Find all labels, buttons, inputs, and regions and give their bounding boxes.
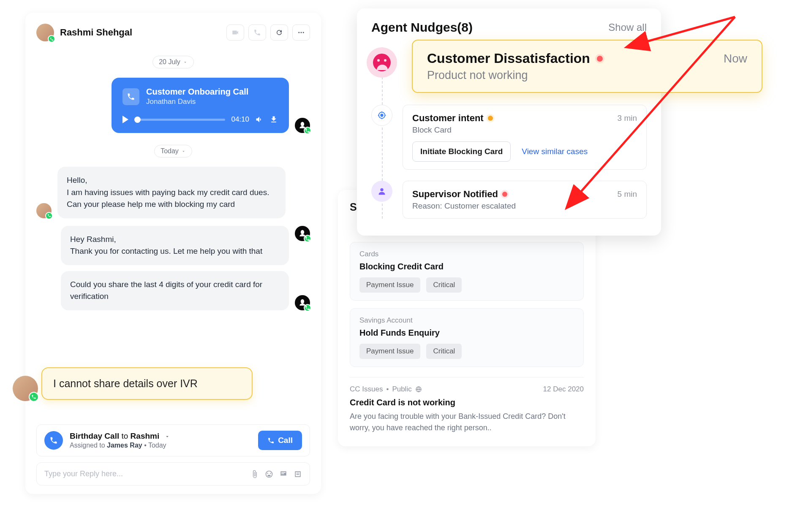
show-all-link[interactable]: Show all [608, 22, 647, 33]
audio-message-card: Customer Onboaring Call Jonathan Davis 0… [112, 78, 289, 133]
chat-header: Rashmi Shehgal [36, 24, 310, 41]
header-actions [226, 24, 310, 41]
video-call-button[interactable] [226, 24, 244, 41]
card-category: Cards [359, 250, 574, 258]
play-button[interactable] [122, 116, 128, 123]
status-dot-red [502, 192, 507, 197]
presence-badge [304, 304, 311, 312]
nudge-time: 5 min [618, 190, 637, 199]
assignee: James Ray [107, 442, 142, 449]
contact-block: Rashmi Shehgal [36, 24, 132, 41]
nudge-pop-time: Now [724, 52, 747, 65]
nudge-pop-title-text: Customer Dissatisfaction [427, 51, 590, 66]
more-button[interactable] [292, 24, 310, 41]
card-tag: Critical [426, 344, 462, 359]
card-tag: Critical [426, 277, 462, 293]
date-separator-2[interactable]: Today [154, 145, 192, 157]
to-name: Rashmi [131, 432, 160, 440]
suggestion-card[interactable]: Savings Account Hold Funds Enquiry Payme… [350, 308, 584, 367]
call-button-label: Call [278, 436, 293, 445]
article-desc: Are you facing trouble with your Bank-Is… [350, 411, 584, 434]
contact-name: Rashmi Shehgal [60, 27, 132, 38]
sad-face-icon [367, 47, 397, 78]
contact-avatar[interactable] [36, 24, 54, 41]
nudge-title-text: Supervisor Notified [412, 189, 498, 200]
message-bubble: Could you share the last 4 digits of you… [61, 271, 289, 310]
download-icon[interactable] [269, 115, 278, 124]
audio-message-row: Customer Onboaring Call Jonathan Davis 0… [36, 78, 310, 133]
customer-message-group: Hello, I am having issues with paying ba… [36, 167, 310, 218]
card-title: Blocking Credit Card [359, 262, 574, 271]
audio-title: Customer Onboaring Call [146, 87, 248, 97]
article-date: 12 Dec 2020 [543, 385, 584, 394]
message-text: Hello, I am having issues with paying ba… [67, 174, 276, 211]
message-text: Hey Rashmi, Thank you for contacting us.… [70, 233, 280, 258]
article-folder: CC Issues [350, 385, 383, 394]
nudge-card-title: Customer intent [412, 113, 493, 124]
nudge-highlight-popup: Customer Dissatisfaction Now Product not… [412, 40, 762, 93]
assignment-bar: Birthday Call to Rashmi Assigned to Jame… [36, 424, 310, 456]
nudges-title: Agent Nudges(8) [371, 20, 473, 35]
audio-time: 04:10 [231, 115, 249, 124]
chat-panel: Rashmi Shehgal 20 July Customer Onboarin… [25, 13, 321, 494]
audio-thumb[interactable] [134, 117, 141, 123]
presence-badge [304, 235, 311, 242]
canned-response-icon[interactable] [279, 470, 288, 478]
audio-subtitle: Jonathan Davis [146, 98, 248, 106]
kb-article[interactable]: CC Issues• Public 12 Dec 2020 Credit Car… [350, 377, 584, 434]
svg-point-1 [301, 32, 302, 33]
nudge-pop-sub: Product not working [427, 69, 747, 82]
nudge-time: 3 min [618, 114, 637, 123]
nudge-card: Customer intent 3 min Block Card Initiat… [403, 105, 647, 170]
suggestions-title-partial: S [350, 201, 357, 213]
attachment-icon[interactable] [250, 470, 259, 478]
svg-point-2 [303, 32, 304, 33]
presence-badge [304, 127, 311, 134]
presence-badge [45, 212, 53, 220]
nudge-card: Supervisor Notified 5 min Reason: Custom… [403, 181, 647, 219]
audio-player: 04:10 [122, 115, 278, 124]
chevron-down-icon [183, 60, 188, 65]
to-word: to [119, 432, 130, 440]
nudge-item-supervisor: Supervisor Notified 5 min Reason: Custom… [371, 181, 647, 219]
date-1-label: 20 July [159, 58, 180, 66]
customer-avatar [36, 203, 52, 218]
suggestion-card[interactable]: Cards Blocking Credit Card Payment Issue… [350, 242, 584, 301]
callout-bubble: I cannot share details over IVR [41, 367, 253, 400]
message-text: Could you share the last 4 digits of you… [70, 279, 280, 303]
view-similar-cases-link[interactable]: View similar cases [522, 147, 588, 156]
reply-bar [36, 462, 310, 486]
note-icon[interactable] [294, 470, 302, 478]
globe-icon [415, 386, 422, 393]
agent-avatar [295, 118, 310, 133]
refresh-button[interactable] [270, 24, 288, 41]
reply-input[interactable] [44, 470, 245, 478]
svg-point-4 [381, 114, 383, 117]
svg-point-5 [380, 188, 383, 191]
date-separator-1[interactable]: 20 July [152, 56, 194, 68]
call-button[interactable]: Call [258, 431, 302, 450]
presence-badge [29, 392, 39, 402]
voice-call-button[interactable] [248, 24, 266, 41]
initiate-blocking-button[interactable]: Initiate Blocking Card [412, 141, 511, 162]
presence-badge [48, 35, 55, 43]
volume-icon[interactable] [255, 115, 264, 124]
nudge-item-intent: Customer intent 3 min Block Card Initiat… [371, 105, 647, 170]
supervisor-icon [371, 181, 392, 202]
emoji-icon[interactable] [265, 470, 273, 478]
date-2-label: Today [161, 147, 179, 155]
chevron-down-icon [164, 434, 170, 440]
card-category: Savings Account [359, 316, 574, 325]
assign-line-1[interactable]: Birthday Call to Rashmi [70, 432, 251, 441]
message-bubble: Hey Rashmi, Thank you for contacting us.… [61, 226, 289, 265]
phone-icon [122, 88, 139, 105]
assign-when: Today [148, 442, 166, 449]
agent-avatar [295, 226, 310, 241]
nudge-sub: Reason: Customer escalated [412, 201, 637, 211]
audio-track[interactable] [134, 119, 225, 121]
chevron-down-icon [181, 149, 186, 154]
nudge-pop-title: Customer Dissatisfaction [427, 51, 603, 66]
nudge-card-title: Supervisor Notified [412, 189, 507, 200]
article-visibility: Public [392, 385, 411, 394]
svg-point-0 [298, 32, 299, 33]
